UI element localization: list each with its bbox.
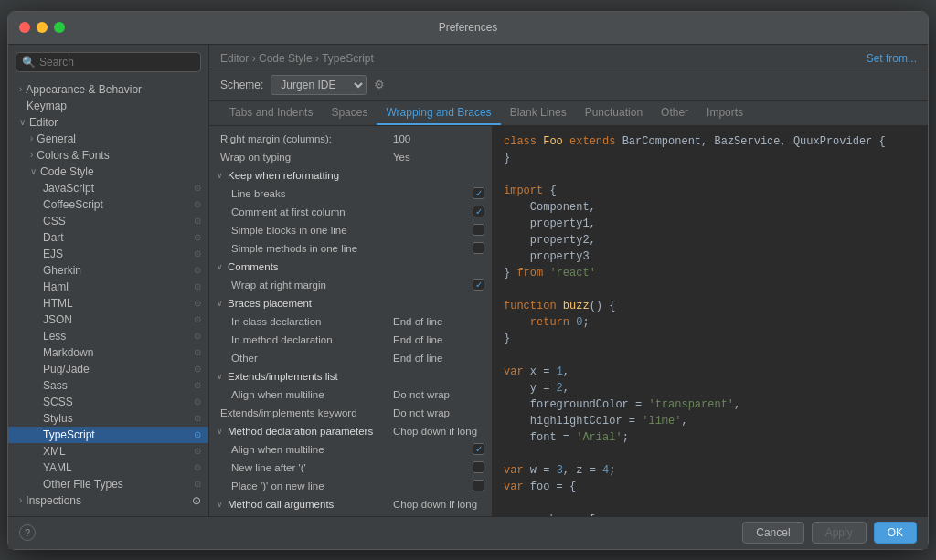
sidebar-item-yaml[interactable]: YAML ⊙	[8, 460, 208, 476]
other-braces-row: Other End of line	[209, 349, 492, 367]
sidebar-item-xml[interactable]: XML ⊙	[8, 443, 208, 460]
search-box[interactable]: 🔍	[16, 52, 201, 72]
sidebar-item-dart[interactable]: Dart ⊙	[8, 229, 208, 246]
code-line: property1,	[504, 216, 917, 232]
set-from-button[interactable]: Set from...	[867, 52, 917, 65]
code-preview: class Foo extends BarComponent, BazServi…	[493, 126, 928, 516]
code-line: property3	[504, 248, 917, 265]
sidebar-item-inspections[interactable]: › Inspections ⊙	[8, 492, 208, 509]
lang-icon: ⊙	[194, 446, 201, 456]
sidebar-item-ejs[interactable]: EJS ⊙	[8, 246, 208, 262]
sidebar-item-scss[interactable]: SCSS ⊙	[8, 394, 208, 410]
sidebar-item-appearance[interactable]: › Appearance & Behavior	[8, 81, 208, 98]
sidebar-label: EJS	[43, 248, 63, 260]
main-panel: Editor › Code Style › TypeScript Set fro…	[209, 45, 928, 516]
gear-button[interactable]: ⚙	[374, 78, 385, 91]
arrow-icon: ›	[19, 84, 22, 94]
code-line: }	[504, 150, 917, 166]
sidebar-label: Sass	[43, 379, 68, 392]
main-content: 🔍 › Appearance & Behavior Keymap ∨ Edito…	[8, 45, 928, 516]
section-toggle[interactable]: ∨ Extends/implements list	[217, 371, 338, 382]
sidebar-label: Inspections	[26, 494, 81, 507]
ok-button[interactable]: OK	[874, 522, 917, 544]
line-breaks-label: Line breaks	[231, 188, 473, 199]
simple-blocks-checkbox[interactable]	[473, 224, 484, 236]
tab-spaces[interactable]: Spaces	[322, 101, 377, 125]
section-toggle[interactable]: ∨ Comments	[217, 261, 279, 272]
sidebar-item-code-style[interactable]: ∨ Code Style	[8, 164, 208, 180]
section-label: Extends/implements list	[228, 371, 338, 382]
arrow-icon: ∨	[19, 117, 26, 127]
sidebar-item-gherkin[interactable]: Gherkin ⊙	[8, 262, 208, 279]
sidebar-label: General	[37, 132, 76, 145]
sidebar-label: Code Style	[40, 165, 94, 178]
collapse-icon: ∨	[217, 372, 223, 381]
simple-methods-label: Simple methods in one line	[231, 243, 473, 254]
sidebar-label: Colors & Fonts	[37, 149, 109, 162]
sidebar-item-sass[interactable]: Sass ⊙	[8, 377, 208, 394]
simple-methods-checkbox[interactable]	[473, 242, 484, 254]
sidebar-item-coffeescript[interactable]: CoffeeScript ⊙	[8, 196, 208, 213]
footer-buttons: Cancel Apply OK	[742, 522, 917, 544]
section-toggle[interactable]: ∨ Keep when reformatting	[217, 170, 339, 181]
sidebar-item-less[interactable]: Less ⊙	[8, 328, 208, 344]
tab-other[interactable]: Other	[652, 101, 697, 125]
lang-icon: ⊙	[194, 248, 201, 259]
sidebar-item-other-file-types[interactable]: Other File Types ⊙	[8, 476, 208, 492]
tab-imports[interactable]: Imports	[697, 101, 752, 125]
sidebar-item-json[interactable]: JSON ⊙	[8, 312, 208, 328]
in-class-value: End of line	[393, 316, 484, 327]
sidebar-item-typescript[interactable]: TypeScript ⊙	[8, 427, 208, 443]
sidebar-label: Markdown	[43, 346, 93, 359]
search-input[interactable]	[39, 56, 195, 69]
section-toggle[interactable]: ∨ Method call arguments	[217, 499, 334, 510]
method-new-line-checkbox[interactable]	[473, 461, 484, 473]
sidebar-item-colors-fonts[interactable]: › Colors & Fonts	[8, 147, 208, 164]
tab-tabs-and-indents[interactable]: Tabs and Indents	[220, 101, 322, 125]
section-label: Keep when reformatting	[228, 170, 339, 181]
wrap-right-margin-checkbox[interactable]	[473, 279, 484, 291]
close-button[interactable]	[19, 22, 30, 33]
sidebar-label: Stylus	[43, 412, 73, 425]
scheme-select[interactable]: Jurgen IDE	[271, 75, 367, 95]
help-button[interactable]: ?	[19, 524, 36, 541]
code-line: y = 2,	[504, 380, 917, 396]
maximize-button[interactable]	[54, 22, 65, 33]
sidebar-item-editor[interactable]: ∨ Editor	[8, 114, 208, 131]
code-line: }	[504, 331, 917, 347]
method-new-line-label: New line after '('	[231, 462, 473, 473]
tab-wrapping-and-braces[interactable]: Wrapping and Braces	[377, 101, 500, 125]
section-label: Method declaration parameters	[228, 426, 373, 437]
code-line: var w = 3, z = 4;	[504, 462, 917, 479]
code-line: function buzz() {	[504, 298, 917, 314]
sidebar-item-stylus[interactable]: Stylus ⊙	[8, 410, 208, 427]
cancel-button[interactable]: Cancel	[742, 522, 803, 544]
sidebar-item-markdown[interactable]: Markdown ⊙	[8, 344, 208, 361]
simple-blocks-label: Simple blocks in one line	[231, 225, 473, 236]
apply-button[interactable]: Apply	[812, 522, 867, 544]
line-breaks-checkbox[interactable]	[473, 187, 484, 199]
right-margin-label: Right margin (columns):	[220, 133, 393, 144]
minimize-button[interactable]	[37, 22, 48, 33]
method-place-checkbox[interactable]	[473, 480, 484, 491]
sidebar-item-html[interactable]: HTML ⊙	[8, 295, 208, 312]
section-toggle[interactable]: ∨ Braces placement	[217, 298, 312, 309]
sidebar-item-haml[interactable]: Haml ⊙	[8, 279, 208, 295]
code-line: class Foo extends BarComponent, BazServi…	[504, 133, 917, 150]
tab-punctuation[interactable]: Punctuation	[576, 101, 652, 125]
sidebar-item-javascript[interactable]: JavaScript ⊙	[8, 180, 208, 196]
sidebar-label: Other File Types	[43, 478, 123, 491]
comment-first-col-checkbox[interactable]	[473, 206, 484, 217]
lang-icon: ⊙	[194, 199, 201, 209]
keep-reformatting-header: ∨ Keep when reformatting	[209, 166, 492, 185]
tab-blank-lines[interactable]: Blank Lines	[501, 101, 576, 125]
method-align-checkbox[interactable]	[473, 443, 484, 455]
sidebar-item-general[interactable]: › General	[8, 131, 208, 147]
wrap-on-typing-value: Yes	[393, 152, 484, 163]
lang-icon: ⊙	[192, 494, 201, 507]
sidebar-item-pugjade[interactable]: Pug/Jade ⊙	[8, 361, 208, 377]
section-toggle[interactable]: ∨ Method declaration parameters	[217, 426, 373, 437]
tabs-row: Tabs and Indents Spaces Wrapping and Bra…	[209, 101, 928, 126]
sidebar-item-keymap[interactable]: Keymap	[8, 98, 208, 114]
sidebar-item-css[interactable]: CSS ⊙	[8, 213, 208, 229]
